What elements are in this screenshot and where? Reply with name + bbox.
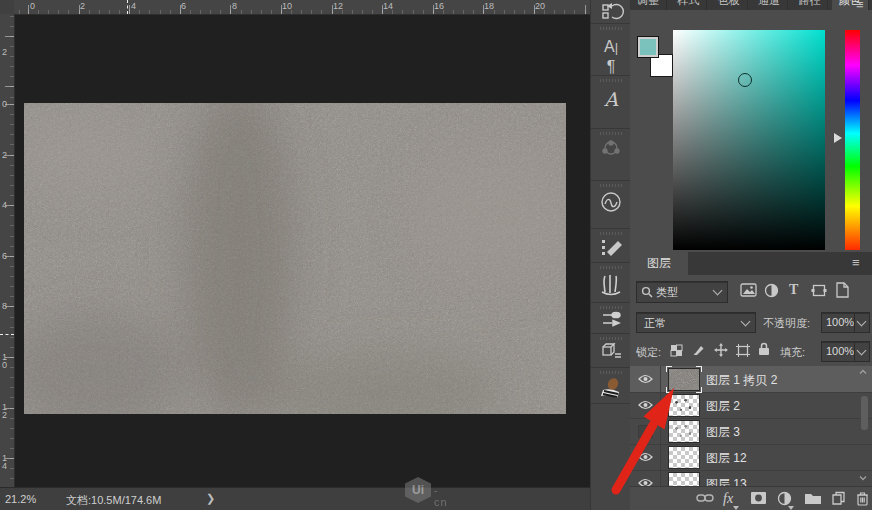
color-field-cursor[interactable] bbox=[738, 73, 752, 87]
layer-name[interactable]: 图层 2 bbox=[706, 398, 740, 415]
ruler-origin-box[interactable] bbox=[0, 0, 15, 15]
visibility-toggle[interactable] bbox=[630, 444, 661, 470]
filter-pixel-layers-icon[interactable] bbox=[740, 283, 757, 298]
search-icon bbox=[641, 286, 653, 298]
ruler-number: 0 bbox=[30, 2, 35, 11]
ruler-number: 2 bbox=[2, 151, 11, 159]
lock-artboard-icon[interactable] bbox=[736, 344, 750, 357]
ruler-number: 2 bbox=[2, 48, 11, 56]
properties-3d-panel-icon[interactable] bbox=[591, 341, 631, 363]
tool-presets-panel-icon[interactable] bbox=[591, 308, 631, 330]
opacity-value-field[interactable]: 100% bbox=[821, 312, 856, 333]
hue-slider[interactable] bbox=[845, 30, 860, 250]
adjustment-dropdown-arrow bbox=[788, 506, 794, 510]
document-image[interactable] bbox=[24, 103, 566, 414]
paragraph-panel-icon[interactable]: ¶ bbox=[591, 58, 631, 76]
delete-layer-icon[interactable] bbox=[856, 491, 872, 507]
fill-value: 100% bbox=[826, 345, 854, 357]
tab-channels[interactable]: 通道 bbox=[751, 0, 788, 10]
glyphs-panel-icon[interactable]: A bbox=[591, 88, 631, 110]
visibility-toggle[interactable] bbox=[630, 418, 661, 444]
add-layer-mask-icon[interactable] bbox=[750, 491, 768, 507]
thumbnail-content bbox=[669, 421, 699, 442]
layer-name[interactable]: 图层 3 bbox=[706, 424, 740, 441]
history-panel-icon[interactable] bbox=[591, 2, 631, 22]
eye-empty-box bbox=[638, 425, 653, 438]
watermark-text: -cn bbox=[434, 484, 448, 508]
layer-name[interactable]: 图层 1 拷贝 2 bbox=[706, 372, 777, 389]
eye-icon bbox=[638, 400, 653, 410]
document-size-info: 文档:10.5M/174.6M bbox=[66, 493, 161, 508]
visibility-toggle[interactable] bbox=[630, 392, 661, 418]
hue-slider-pointer[interactable] bbox=[834, 133, 842, 143]
scrollbar-thumb[interactable] bbox=[861, 396, 868, 430]
new-group-icon[interactable] bbox=[804, 491, 822, 507]
chevron-down-icon bbox=[857, 346, 867, 356]
visibility-toggle[interactable] bbox=[630, 470, 661, 486]
link-layers-icon[interactable] bbox=[696, 491, 714, 507]
opacity-scrubber[interactable] bbox=[854, 312, 870, 333]
filter-kind-dropdown[interactable]: 类型 bbox=[636, 281, 728, 303]
scroll-down-arrow[interactable] bbox=[859, 474, 867, 482]
scroll-up-arrow[interactable] bbox=[859, 368, 867, 376]
lock-transparency-icon[interactable] bbox=[670, 344, 683, 357]
filter-kind-value: 类型 bbox=[656, 285, 678, 300]
layer-thumbnail[interactable] bbox=[668, 472, 700, 486]
layer-thumbnail[interactable] bbox=[668, 368, 700, 391]
blend-mode-dropdown[interactable]: 正常 bbox=[636, 312, 756, 333]
layer-thumbnail[interactable] bbox=[668, 420, 700, 443]
layer-list: 图层 1 拷贝 2 图层 2 图层 3 bbox=[630, 366, 872, 486]
adjustment-layer-icon[interactable] bbox=[777, 491, 795, 507]
layer-row[interactable]: 图层 2 bbox=[630, 392, 872, 419]
ruler-number: 14 bbox=[2, 454, 11, 470]
layer-thumbnail[interactable] bbox=[668, 446, 700, 469]
ruler-number: 12 bbox=[2, 403, 11, 419]
brush-settings-panel-icon[interactable] bbox=[591, 236, 631, 258]
blend-opacity-row: 正常 不透明度: 100% bbox=[630, 308, 872, 338]
filter-smart-objects-icon[interactable] bbox=[835, 282, 849, 298]
tab-swatches[interactable]: 色板 bbox=[711, 0, 748, 10]
visibility-toggle[interactable] bbox=[630, 366, 661, 392]
new-layer-icon[interactable] bbox=[831, 491, 849, 507]
ruler-number: 20 bbox=[535, 2, 545, 11]
fx-dropdown-arrow bbox=[733, 506, 739, 510]
layer-name[interactable]: 图层 13 bbox=[706, 476, 747, 486]
layer-row[interactable]: 图层 12 bbox=[630, 444, 872, 471]
saturation-brightness-field[interactable] bbox=[673, 30, 825, 250]
filter-adjustment-layers-icon[interactable] bbox=[764, 283, 779, 298]
color-panel-menu-icon[interactable]: ≡ bbox=[856, 0, 864, 10]
ruler-number: 8 bbox=[2, 302, 11, 310]
tab-layers[interactable]: 图层 bbox=[630, 252, 688, 275]
filter-shape-layers-icon[interactable] bbox=[811, 283, 827, 298]
color-swatch-panel-icon[interactable] bbox=[591, 376, 631, 400]
tab-adjustments[interactable]: 调整 bbox=[630, 0, 667, 10]
layers-panel-tabbar: 图层 ≡ bbox=[630, 252, 872, 275]
layer-thumbnail[interactable] bbox=[668, 394, 700, 417]
nodes-panel-icon[interactable] bbox=[591, 138, 631, 158]
ruler-number: 0 bbox=[2, 100, 11, 108]
status-expand-chevron[interactable]: ❯ bbox=[206, 492, 215, 505]
layer-row[interactable]: 图层 1 拷贝 2 bbox=[630, 366, 872, 393]
ruler-number: 2 bbox=[80, 2, 85, 11]
ruler-number: 12 bbox=[333, 2, 343, 11]
libraries-panel-icon[interactable] bbox=[591, 191, 631, 213]
tab-paths[interactable]: 路径 bbox=[791, 0, 828, 10]
fill-scrubber[interactable] bbox=[854, 341, 870, 362]
character-panel-icon[interactable]: A| bbox=[591, 38, 631, 56]
lock-all-icon[interactable] bbox=[758, 342, 770, 356]
layer-style-fx-icon[interactable]: fx bbox=[723, 491, 741, 507]
lock-position-icon[interactable] bbox=[714, 343, 728, 357]
brushes-panel-icon[interactable] bbox=[591, 272, 631, 296]
layer-row[interactable]: 图层 13 bbox=[630, 470, 872, 486]
layer-name[interactable]: 图层 12 bbox=[706, 450, 747, 467]
lock-fill-row: 锁定: 填充: 100% bbox=[630, 338, 872, 366]
foreground-color-swatch[interactable] bbox=[637, 36, 659, 58]
fill-value-field[interactable]: 100% bbox=[821, 341, 856, 362]
zoom-level-field[interactable]: 21.2% bbox=[5, 493, 36, 505]
tab-styles[interactable]: 样式 bbox=[670, 0, 707, 10]
layers-panel-menu-icon[interactable]: ≡ bbox=[852, 258, 860, 268]
lock-pixels-icon[interactable] bbox=[692, 343, 706, 357]
layer-row[interactable]: 图层 3 bbox=[630, 418, 872, 445]
ruler-number: 18 bbox=[484, 2, 494, 11]
filter-type-layers-icon[interactable]: T bbox=[789, 282, 798, 298]
